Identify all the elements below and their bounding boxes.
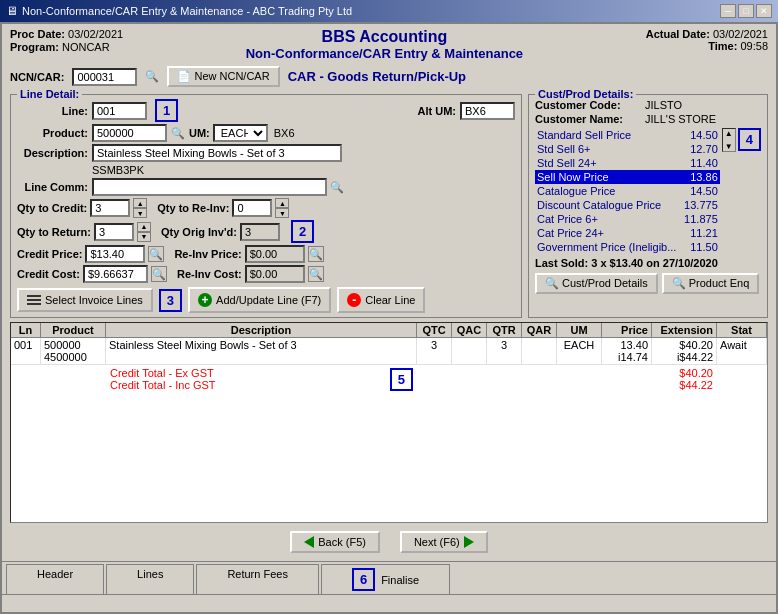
product-input[interactable] bbox=[92, 124, 167, 142]
price-list-item-1[interactable]: Std Sell 6+12.70 bbox=[535, 142, 720, 156]
price-list-container: Standard Sell Price14.50Std Sell 6+12.70… bbox=[535, 128, 761, 254]
title-bar-left: 🖥 Non-Conformance/CAR Entry & Maintenanc… bbox=[6, 4, 352, 18]
reinv-price-search[interactable]: 🔍 bbox=[308, 246, 324, 262]
new-ncn-button[interactable]: 📄 New NCN/CAR bbox=[167, 66, 279, 87]
th-qtr: QTR bbox=[487, 323, 522, 337]
qty-return-down[interactable]: ▼ bbox=[137, 232, 151, 242]
close-button[interactable]: ✕ bbox=[756, 4, 772, 18]
line-comm-input[interactable] bbox=[92, 178, 327, 196]
price-list-item-3[interactable]: Sell Now Price13.86 bbox=[535, 170, 720, 184]
qty-to-return-input[interactable] bbox=[94, 223, 134, 241]
td-qac bbox=[452, 338, 487, 364]
minimize-button[interactable]: ─ bbox=[720, 4, 736, 18]
line-label: Line: bbox=[17, 105, 92, 117]
add-update-button[interactable]: + Add/Update Line (F7) bbox=[188, 287, 331, 313]
tab-finalise[interactable]: 6 Finalise bbox=[321, 564, 450, 594]
td-ext-2: i$44.22 bbox=[655, 351, 713, 363]
reinv-cost-search[interactable]: 🔍 bbox=[308, 266, 324, 282]
credit-price-input[interactable] bbox=[85, 245, 145, 263]
qty-credit-up[interactable]: ▲ bbox=[133, 198, 147, 208]
alt-um-input[interactable] bbox=[460, 102, 515, 120]
back-button[interactable]: Back (F5) bbox=[290, 531, 380, 553]
alt-um-value-label: BX6 bbox=[274, 127, 295, 139]
price-val-3: 13.86 bbox=[690, 171, 718, 183]
qty-reinv-down[interactable]: ▼ bbox=[275, 208, 289, 218]
qty-credit-down[interactable]: ▼ bbox=[133, 208, 147, 218]
credit-cost-label: Credit Cost: bbox=[17, 268, 80, 280]
price-list-item-2[interactable]: Std Sell 24+11.40 bbox=[535, 156, 720, 170]
ct-spacer7 bbox=[553, 367, 598, 391]
tab-lines[interactable]: Lines bbox=[106, 564, 194, 594]
credit-inc-gst-label: Credit Total - Inc GST bbox=[110, 379, 390, 391]
customer-code-value: JILSTO bbox=[645, 99, 682, 111]
price-list-item-6[interactable]: Cat Price 6+11.875 bbox=[535, 212, 720, 226]
th-qar: QAR bbox=[522, 323, 557, 337]
tab-header[interactable]: Header bbox=[6, 564, 104, 594]
credit-price-search[interactable]: 🔍 bbox=[148, 246, 164, 262]
credit-ex-gst-value: $40.20 bbox=[648, 367, 713, 379]
credit-cost-search[interactable]: 🔍 bbox=[151, 266, 167, 282]
ncn-label: NCN/CAR: bbox=[10, 71, 64, 83]
table-row: 001 500000 4500000 Stainless Steel Mixin… bbox=[11, 338, 767, 365]
qty-to-credit-input[interactable] bbox=[90, 199, 130, 217]
td-prod-2: 4500000 bbox=[44, 351, 102, 363]
next-button[interactable]: Next (F6) bbox=[400, 531, 488, 553]
tab-return-fees[interactable]: Return Fees bbox=[196, 564, 319, 594]
scroll-up[interactable]: ▲ bbox=[725, 129, 733, 138]
price-name-7: Cat Price 24+ bbox=[537, 227, 690, 239]
title-bar-controls: ─ □ ✕ bbox=[720, 4, 772, 18]
description-input[interactable] bbox=[92, 144, 342, 162]
line-comm-search-icon[interactable]: 🔍 bbox=[330, 181, 344, 194]
select-invoice-lines-button[interactable]: Select Invoice Lines bbox=[17, 288, 153, 312]
qty-to-credit-label: Qty to Credit: bbox=[17, 202, 87, 214]
ncn-input[interactable] bbox=[72, 68, 137, 86]
line-input[interactable] bbox=[92, 102, 147, 120]
th-um: UM bbox=[557, 323, 602, 337]
last-sold-label: Last Sold: bbox=[535, 257, 588, 269]
qty-to-reinv-label: Qty to Re-Inv: bbox=[157, 202, 229, 214]
th-qtc: QTC bbox=[417, 323, 452, 337]
app-title: BBS Accounting bbox=[246, 28, 523, 46]
product-enq-button[interactable]: 🔍 Product Enq bbox=[662, 273, 760, 294]
title-bar-text: Non-Conformance/CAR Entry & Maintenance … bbox=[22, 5, 352, 17]
cust-prod-title: Cust/Prod Details: bbox=[535, 88, 636, 100]
price-scrollbar[interactable]: ▲ ▼ bbox=[722, 128, 736, 152]
qty-to-reinv-input[interactable] bbox=[232, 199, 272, 217]
actual-date-value: 03/02/2021 bbox=[713, 28, 768, 40]
price-list-item-5[interactable]: Discount Catalogue Price13.775 bbox=[535, 198, 720, 212]
actual-date-row: Actual Date: 03/02/2021 bbox=[646, 28, 768, 40]
alt-um-label: Alt UM: bbox=[405, 105, 460, 117]
scroll-down[interactable]: ▼ bbox=[725, 142, 733, 151]
maximize-button[interactable]: □ bbox=[738, 4, 754, 18]
price-val-0: 14.50 bbox=[690, 129, 718, 141]
um-select[interactable]: EACH bbox=[213, 124, 268, 142]
sscode-value: SSMB3PK bbox=[92, 164, 144, 176]
top-info: Proc Date: 03/02/2021 Program: NONCAR BB… bbox=[2, 24, 776, 63]
ct-spacer1 bbox=[15, 367, 45, 391]
th-prod: Product bbox=[41, 323, 106, 337]
customer-code-row: Customer Code: JILSTO bbox=[535, 99, 761, 111]
qty-reinv-up[interactable]: ▲ bbox=[275, 198, 289, 208]
top-center-info: BBS Accounting Non-Conformance/CAR Entry… bbox=[246, 28, 523, 61]
sscode-row: SSMB3PK bbox=[17, 164, 515, 176]
price-list-item-4[interactable]: Catalogue Price14.50 bbox=[535, 184, 720, 198]
reinv-price-input bbox=[245, 245, 305, 263]
price-list-item-7[interactable]: Cat Price 24+11.21 bbox=[535, 226, 720, 240]
price-name-4: Catalogue Price bbox=[537, 185, 690, 197]
qty-return-up[interactable]: ▲ bbox=[137, 222, 151, 232]
cust-btn-row: 🔍 Cust/Prod Details 🔍 Product Enq bbox=[535, 273, 761, 294]
search-icon[interactable]: 🔍 bbox=[145, 70, 159, 83]
clear-line-button[interactable]: - Clear Line bbox=[337, 287, 425, 313]
bottom-nav: Back (F5) Next (F6) bbox=[10, 527, 768, 557]
td-prod: 500000 4500000 bbox=[41, 338, 106, 364]
td-price-1: 13.40 bbox=[605, 339, 648, 351]
upper-panels: Line Detail: Line: 1 Alt UM: Product: 🔍 … bbox=[10, 94, 768, 318]
price-list-item-8[interactable]: Government Price (Ineligib...11.50 bbox=[535, 240, 720, 254]
product-search-icon[interactable]: 🔍 bbox=[171, 127, 185, 140]
line-detail-title: Line Detail: bbox=[17, 88, 82, 100]
badge-1: 1 bbox=[155, 99, 178, 122]
cust-prod-details-button[interactable]: 🔍 Cust/Prod Details bbox=[535, 273, 658, 294]
credit-cost-input[interactable] bbox=[83, 265, 148, 283]
td-qar bbox=[522, 338, 557, 364]
price-list-item-0[interactable]: Standard Sell Price14.50 bbox=[535, 128, 720, 142]
